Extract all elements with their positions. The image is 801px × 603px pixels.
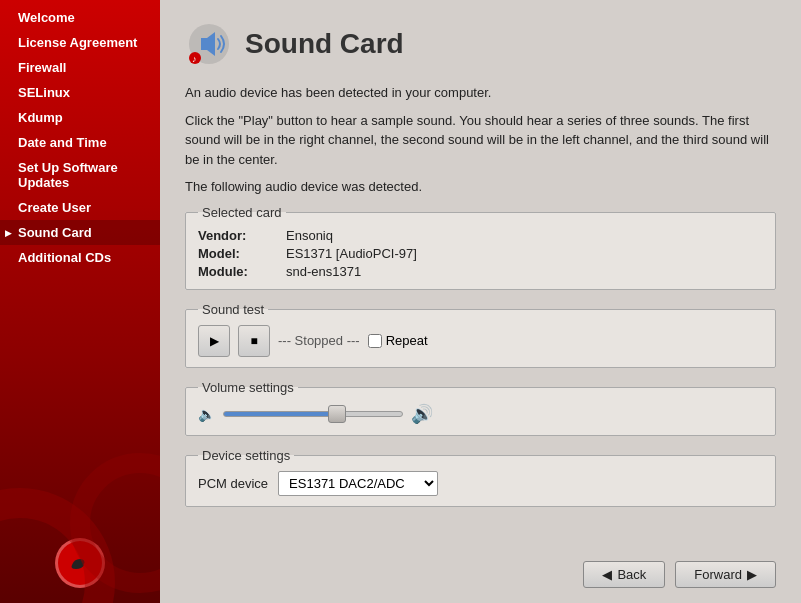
stop-button[interactable]: ■	[238, 325, 270, 357]
sidebar-nav: Welcome License Agreement Firewall SELin…	[0, 0, 160, 528]
volume-row: 🔈 🔊	[198, 403, 763, 425]
volume-low-icon: 🔈	[198, 406, 215, 422]
selected-card-panel: Selected card Vendor: Ensoniq Model: ES1…	[185, 205, 776, 290]
back-icon: ◀	[602, 567, 612, 582]
description-2: Click the "Play" button to hear a sample…	[185, 111, 776, 170]
volume-slider[interactable]	[223, 411, 403, 417]
sidebar-item-firewall[interactable]: Firewall	[0, 55, 160, 80]
main-content: ♪ Sound Card An audio device has been de…	[160, 0, 801, 603]
footer: ◀ Back Forward ▶	[185, 551, 776, 588]
vendor-label: Vendor:	[198, 228, 278, 243]
svg-text:♪: ♪	[192, 54, 197, 64]
page-header: ♪ Sound Card	[185, 20, 776, 68]
device-settings-panel: Device settings PCM device ES1371 DAC2/A…	[185, 448, 776, 507]
sound-test-panel: Sound test ▶ ■ --- Stopped --- Repeat	[185, 302, 776, 368]
description-1: An audio device has been detected in you…	[185, 83, 776, 103]
description-3: The following audio device was detected.	[185, 177, 776, 197]
stopped-label: --- Stopped ---	[278, 333, 360, 348]
repeat-label: Repeat	[386, 333, 428, 348]
sidebar-item-sound-card[interactable]: Sound Card	[0, 220, 160, 245]
sidebar: Welcome License Agreement Firewall SELin…	[0, 0, 160, 603]
play-button[interactable]: ▶	[198, 325, 230, 357]
sound-test-controls: ▶ ■ --- Stopped --- Repeat	[198, 325, 763, 357]
model-label: Model:	[198, 246, 278, 261]
sound-card-icon: ♪	[185, 20, 233, 68]
volume-high-icon: 🔊	[411, 403, 433, 425]
model-value: ES1371 [AudioPCI-97]	[286, 246, 763, 261]
redhat-logo	[55, 538, 105, 588]
sidebar-item-software-updates[interactable]: Set Up Software Updates	[0, 155, 160, 195]
repeat-checkbox[interactable]	[368, 334, 382, 348]
module-label: Module:	[198, 264, 278, 279]
forward-icon: ▶	[747, 567, 757, 582]
forward-label: Forward	[694, 567, 742, 582]
sidebar-item-welcome[interactable]: Welcome	[0, 5, 160, 30]
sidebar-item-license[interactable]: License Agreement	[0, 30, 160, 55]
module-value: snd-ens1371	[286, 264, 763, 279]
sidebar-item-create-user[interactable]: Create User	[0, 195, 160, 220]
device-row: PCM device ES1371 DAC2/ADC ES1371 DAC1	[198, 471, 763, 496]
device-settings-legend: Device settings	[198, 448, 294, 463]
sidebar-item-selinux[interactable]: SELinux	[0, 80, 160, 105]
back-label: Back	[617, 567, 646, 582]
back-button[interactable]: ◀ Back	[583, 561, 665, 588]
sidebar-item-additional-cds[interactable]: Additional CDs	[0, 245, 160, 270]
volume-settings-panel: Volume settings 🔈 🔊	[185, 380, 776, 436]
sound-test-legend: Sound test	[198, 302, 268, 317]
pcm-device-select[interactable]: ES1371 DAC2/ADC ES1371 DAC1	[278, 471, 438, 496]
sidebar-item-kdump[interactable]: Kdump	[0, 105, 160, 130]
sidebar-item-datetime[interactable]: Date and Time	[0, 130, 160, 155]
pcm-device-label: PCM device	[198, 476, 268, 491]
vendor-value: Ensoniq	[286, 228, 763, 243]
sidebar-logo-area	[0, 528, 160, 598]
selected-card-legend: Selected card	[198, 205, 286, 220]
page-title: Sound Card	[245, 28, 404, 60]
volume-settings-legend: Volume settings	[198, 380, 298, 395]
card-details: Vendor: Ensoniq Model: ES1371 [AudioPCI-…	[198, 228, 763, 279]
repeat-area: Repeat	[368, 333, 428, 348]
forward-button[interactable]: Forward ▶	[675, 561, 776, 588]
